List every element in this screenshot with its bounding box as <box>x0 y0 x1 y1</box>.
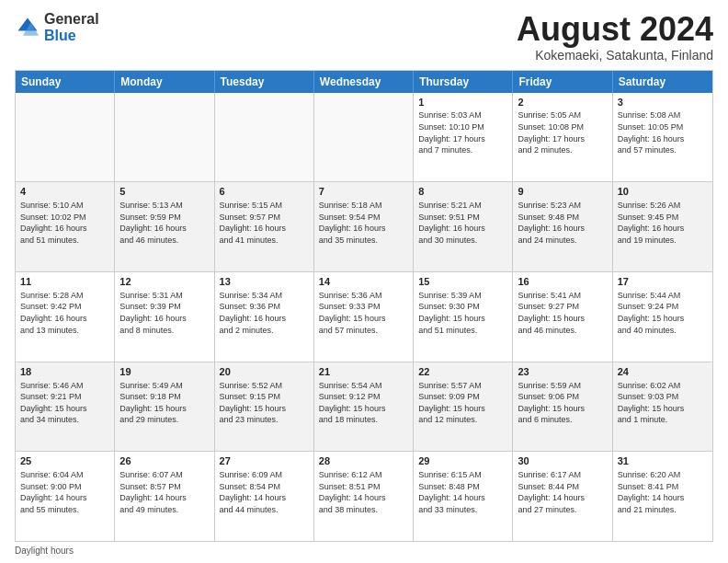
cal-cell <box>115 93 214 182</box>
calendar-header: SundayMondayTuesdayWednesdayThursdayFrid… <box>16 71 712 93</box>
cell-text: Sunrise: 5:10 AM Sunset: 10:02 PM Daylig… <box>20 200 109 246</box>
calendar: SundayMondayTuesdayWednesdayThursdayFrid… <box>15 70 713 542</box>
cell-text: Sunrise: 5:44 AM Sunset: 9:24 PM Dayligh… <box>618 290 708 336</box>
day-number: 13 <box>220 275 309 289</box>
cal-cell: 3Sunrise: 5:08 AM Sunset: 10:05 PM Dayli… <box>613 93 712 182</box>
cal-cell: 21Sunrise: 5:54 AM Sunset: 9:12 PM Dayli… <box>314 362 414 452</box>
cell-text: Sunrise: 5:39 AM Sunset: 9:30 PM Dayligh… <box>418 290 507 336</box>
cell-text: Sunrise: 5:21 AM Sunset: 9:51 PM Dayligh… <box>418 200 507 246</box>
subtitle: Kokemaeki, Satakunta, Finland <box>517 48 713 63</box>
logo-blue: Blue <box>44 28 99 44</box>
cal-cell: 29Sunrise: 6:15 AM Sunset: 8:48 PM Dayli… <box>414 452 513 541</box>
cal-row: 11Sunrise: 5:28 AM Sunset: 9:42 PM Dayli… <box>16 272 712 362</box>
cal-cell <box>314 93 414 182</box>
day-number: 7 <box>319 185 408 199</box>
day-number: 30 <box>518 454 607 468</box>
cell-text: Sunrise: 6:04 AM Sunset: 9:00 PM Dayligh… <box>20 469 109 515</box>
logo-text: General Blue <box>44 11 99 43</box>
cell-text: Sunrise: 5:05 AM Sunset: 10:08 PM Daylig… <box>518 109 607 155</box>
cal-cell: 26Sunrise: 6:07 AM Sunset: 8:57 PM Dayli… <box>115 452 214 541</box>
cell-text: Sunrise: 5:28 AM Sunset: 9:42 PM Dayligh… <box>20 290 109 336</box>
cell-text: Sunrise: 5:26 AM Sunset: 9:45 PM Dayligh… <box>618 200 708 246</box>
cell-text: Sunrise: 5:03 AM Sunset: 10:10 PM Daylig… <box>418 109 507 155</box>
cell-text: Sunrise: 6:12 AM Sunset: 8:51 PM Dayligh… <box>319 469 408 515</box>
cal-cell <box>215 93 314 182</box>
cell-text: Sunrise: 5:59 AM Sunset: 9:06 PM Dayligh… <box>518 380 607 426</box>
day-number: 1 <box>418 96 507 109</box>
day-number: 14 <box>319 275 408 289</box>
cal-cell: 24Sunrise: 6:02 AM Sunset: 9:03 PM Dayli… <box>613 362 712 452</box>
cell-text: Sunrise: 5:52 AM Sunset: 9:15 PM Dayligh… <box>220 380 309 426</box>
cal-cell: 20Sunrise: 5:52 AM Sunset: 9:15 PM Dayli… <box>215 362 314 452</box>
cal-cell: 18Sunrise: 5:46 AM Sunset: 9:21 PM Dayli… <box>16 362 115 452</box>
cell-text: Sunrise: 5:18 AM Sunset: 9:54 PM Dayligh… <box>319 200 408 246</box>
cal-cell: 17Sunrise: 5:44 AM Sunset: 9:24 PM Dayli… <box>613 272 712 362</box>
page: General Blue August 2024 Kokemaeki, Sata… <box>0 0 728 563</box>
cal-cell: 7Sunrise: 5:18 AM Sunset: 9:54 PM Daylig… <box>314 182 414 271</box>
cal-cell: 13Sunrise: 5:34 AM Sunset: 9:36 PM Dayli… <box>215 272 314 362</box>
cal-row: 1Sunrise: 5:03 AM Sunset: 10:10 PM Dayli… <box>16 93 712 183</box>
day-number: 20 <box>220 365 309 379</box>
cal-row: 18Sunrise: 5:46 AM Sunset: 9:21 PM Dayli… <box>16 362 712 453</box>
day-number: 17 <box>618 275 708 289</box>
cal-cell: 11Sunrise: 5:28 AM Sunset: 9:42 PM Dayli… <box>16 272 115 362</box>
logo-general: General <box>44 11 99 28</box>
day-number: 23 <box>518 365 607 379</box>
cal-cell: 25Sunrise: 6:04 AM Sunset: 9:00 PM Dayli… <box>16 452 115 541</box>
cal-cell: 2Sunrise: 5:05 AM Sunset: 10:08 PM Dayli… <box>513 93 612 182</box>
day-number: 24 <box>618 365 708 379</box>
day-number: 8 <box>418 185 507 199</box>
day-number: 15 <box>418 275 507 289</box>
cal-row: 4Sunrise: 5:10 AM Sunset: 10:02 PM Dayli… <box>16 182 712 272</box>
cal-cell: 9Sunrise: 5:23 AM Sunset: 9:48 PM Daylig… <box>513 182 612 271</box>
cell-text: Sunrise: 5:57 AM Sunset: 9:09 PM Dayligh… <box>418 380 507 426</box>
day-number: 11 <box>20 275 109 289</box>
cal-cell: 15Sunrise: 5:39 AM Sunset: 9:30 PM Dayli… <box>414 272 513 362</box>
day-number: 9 <box>518 185 607 199</box>
cal-cell: 6Sunrise: 5:15 AM Sunset: 9:57 PM Daylig… <box>215 182 314 271</box>
day-number: 3 <box>618 96 708 109</box>
cal-cell: 31Sunrise: 6:20 AM Sunset: 8:41 PM Dayli… <box>613 452 712 541</box>
day-number: 27 <box>220 454 309 468</box>
cal-cell: 23Sunrise: 5:59 AM Sunset: 9:06 PM Dayli… <box>513 362 612 452</box>
cal-header-cell: Friday <box>513 71 612 93</box>
cal-cell: 19Sunrise: 5:49 AM Sunset: 9:18 PM Dayli… <box>115 362 214 452</box>
logo-icon <box>15 15 40 40</box>
cal-header-cell: Saturday <box>613 71 712 93</box>
logo: General Blue <box>15 11 99 43</box>
cal-cell: 8Sunrise: 5:21 AM Sunset: 9:51 PM Daylig… <box>414 182 513 271</box>
cal-cell: 5Sunrise: 5:13 AM Sunset: 9:59 PM Daylig… <box>115 182 214 271</box>
header: General Blue August 2024 Kokemaeki, Sata… <box>15 11 713 63</box>
day-number: 19 <box>119 365 209 379</box>
day-number: 31 <box>618 454 708 468</box>
cal-cell: 22Sunrise: 5:57 AM Sunset: 9:09 PM Dayli… <box>414 362 513 452</box>
cell-text: Sunrise: 6:15 AM Sunset: 8:48 PM Dayligh… <box>418 469 507 515</box>
cal-cell: 10Sunrise: 5:26 AM Sunset: 9:45 PM Dayli… <box>613 182 712 271</box>
cell-text: Sunrise: 6:07 AM Sunset: 8:57 PM Dayligh… <box>119 469 209 515</box>
cal-header-cell: Thursday <box>414 71 513 93</box>
day-number: 10 <box>618 185 708 199</box>
day-number: 25 <box>20 454 109 468</box>
cal-header-cell: Sunday <box>16 71 115 93</box>
cal-header-cell: Wednesday <box>314 71 414 93</box>
cal-cell: 28Sunrise: 6:12 AM Sunset: 8:51 PM Dayli… <box>314 452 414 541</box>
cell-text: Sunrise: 5:36 AM Sunset: 9:33 PM Dayligh… <box>319 290 408 336</box>
cal-row: 25Sunrise: 6:04 AM Sunset: 9:00 PM Dayli… <box>16 452 712 541</box>
footer-text: Daylight hours <box>15 546 74 556</box>
day-number: 4 <box>20 185 109 199</box>
cell-text: Sunrise: 5:41 AM Sunset: 9:27 PM Dayligh… <box>518 290 607 336</box>
cell-text: Sunrise: 5:31 AM Sunset: 9:39 PM Dayligh… <box>119 290 209 336</box>
cell-text: Sunrise: 5:34 AM Sunset: 9:36 PM Dayligh… <box>220 290 309 336</box>
cell-text: Sunrise: 5:13 AM Sunset: 9:59 PM Dayligh… <box>119 200 209 246</box>
cell-text: Sunrise: 6:20 AM Sunset: 8:41 PM Dayligh… <box>618 469 708 515</box>
day-number: 18 <box>20 365 109 379</box>
cal-cell: 1Sunrise: 5:03 AM Sunset: 10:10 PM Dayli… <box>414 93 513 182</box>
cell-text: Sunrise: 5:23 AM Sunset: 9:48 PM Dayligh… <box>518 200 607 246</box>
cal-cell: 12Sunrise: 5:31 AM Sunset: 9:39 PM Dayli… <box>115 272 214 362</box>
cell-text: Sunrise: 6:09 AM Sunset: 8:54 PM Dayligh… <box>220 469 309 515</box>
day-number: 22 <box>418 365 507 379</box>
cell-text: Sunrise: 6:02 AM Sunset: 9:03 PM Dayligh… <box>618 380 708 426</box>
day-number: 26 <box>119 454 209 468</box>
cell-text: Sunrise: 6:17 AM Sunset: 8:44 PM Dayligh… <box>518 469 607 515</box>
day-number: 12 <box>119 275 209 289</box>
